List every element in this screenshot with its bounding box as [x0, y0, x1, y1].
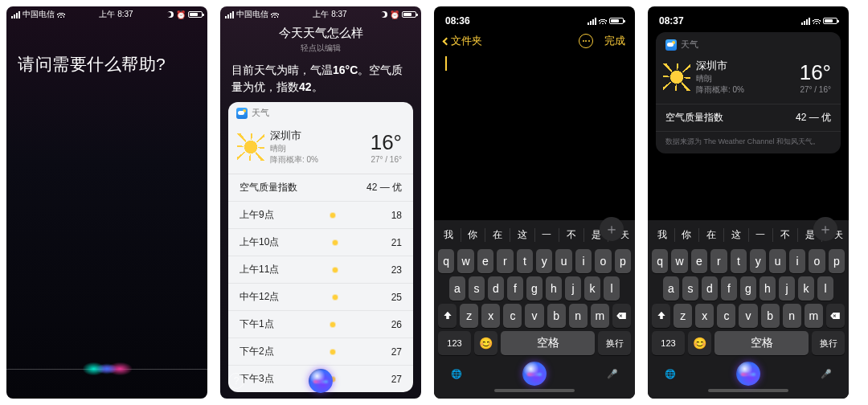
- suggestion[interactable]: 不: [559, 228, 584, 242]
- key-m[interactable]: m: [805, 304, 823, 328]
- key-w[interactable]: w: [457, 249, 473, 273]
- key-l[interactable]: l: [604, 276, 620, 301]
- numbers-key[interactable]: 123: [652, 331, 685, 355]
- key-b[interactable]: b: [761, 304, 780, 328]
- key-h[interactable]: h: [760, 276, 776, 301]
- siri-orb-icon[interactable]: [522, 362, 547, 386]
- delete-key[interactable]: [826, 304, 845, 328]
- back-button[interactable]: 文件夹: [444, 34, 482, 48]
- dnd-icon: [381, 11, 387, 18]
- key-r[interactable]: r: [710, 249, 727, 273]
- weather-app-label: 天气: [681, 39, 698, 51]
- key-k[interactable]: k: [798, 276, 814, 301]
- home-indicator[interactable]: [708, 389, 788, 392]
- key-v[interactable]: v: [739, 304, 757, 328]
- suggestion[interactable]: 这: [510, 228, 535, 242]
- delete-key[interactable]: [612, 304, 631, 328]
- key-h[interactable]: h: [546, 276, 562, 301]
- return-key[interactable]: 换行: [598, 331, 631, 355]
- numbers-key[interactable]: 123: [438, 331, 471, 355]
- key-p[interactable]: p: [615, 249, 631, 273]
- suggestion[interactable]: 我: [436, 228, 461, 242]
- key-i[interactable]: i: [575, 249, 592, 273]
- key-t[interactable]: t: [517, 249, 533, 273]
- key-a[interactable]: a: [663, 276, 679, 301]
- key-c[interactable]: c: [503, 304, 522, 328]
- suggestion[interactable]: 一: [535, 228, 560, 242]
- siri-waveform-area[interactable]: [6, 350, 207, 399]
- suggestion[interactable]: 你: [461, 228, 486, 242]
- key-w[interactable]: w: [671, 249, 687, 273]
- key-x[interactable]: x: [481, 304, 500, 328]
- key-t[interactable]: t: [731, 249, 747, 273]
- key-j[interactable]: j: [779, 276, 795, 301]
- home-indicator[interactable]: [494, 389, 575, 392]
- key-d[interactable]: d: [702, 276, 718, 301]
- key-f[interactable]: f: [507, 276, 523, 301]
- suggestion[interactable]: 这: [724, 228, 749, 242]
- key-s[interactable]: s: [469, 276, 485, 301]
- key-u[interactable]: u: [769, 249, 785, 273]
- key-a[interactable]: a: [449, 276, 465, 301]
- done-button[interactable]: 完成: [604, 34, 625, 48]
- key-e[interactable]: e: [477, 249, 493, 273]
- key-x[interactable]: x: [695, 304, 714, 328]
- key-n[interactable]: n: [783, 304, 801, 328]
- shift-key[interactable]: [438, 304, 457, 328]
- key-o[interactable]: o: [595, 249, 611, 273]
- key-z[interactable]: z: [460, 304, 478, 328]
- key-y[interactable]: y: [750, 249, 766, 273]
- key-u[interactable]: u: [555, 249, 571, 273]
- suggestion[interactable]: 我: [650, 228, 675, 242]
- weather-card[interactable]: 天气 深圳市 晴朗 降雨概率: 0% 16° 27° / 16° 空气质量指数 …: [228, 102, 413, 392]
- siri-query[interactable]: 今天天气怎么样: [220, 26, 421, 41]
- globe-icon[interactable]: 🌐: [665, 369, 676, 379]
- key-g[interactable]: g: [526, 276, 542, 301]
- suggestion[interactable]: 在: [699, 228, 724, 242]
- suggestion[interactable]: 在: [485, 228, 510, 242]
- suggestion[interactable]: 一: [749, 228, 774, 242]
- note-editor[interactable]: [434, 51, 635, 220]
- key-r[interactable]: r: [497, 249, 513, 273]
- key-v[interactable]: v: [525, 304, 543, 328]
- add-button[interactable]: ＋: [600, 217, 624, 241]
- key-i[interactable]: i: [789, 249, 805, 273]
- key-l[interactable]: l: [817, 276, 833, 301]
- suggestion[interactable]: 你: [675, 228, 700, 242]
- siri-orb-icon[interactable]: [309, 369, 333, 393]
- weather-card[interactable]: 天气 深圳市 晴朗 降雨概率: 0% 16° 27° / 16° 空气质量指数 …: [656, 32, 841, 153]
- add-button[interactable]: ＋: [813, 217, 837, 241]
- key-f[interactable]: f: [721, 276, 737, 301]
- key-d[interactable]: d: [488, 276, 504, 301]
- more-button[interactable]: [579, 34, 593, 48]
- space-key[interactable]: 空格: [501, 331, 595, 355]
- sun-dot-icon: [330, 213, 335, 218]
- emoji-key[interactable]: 😊: [474, 331, 497, 355]
- key-e[interactable]: e: [691, 249, 707, 273]
- key-m[interactable]: m: [591, 304, 609, 328]
- key-c[interactable]: c: [717, 304, 735, 328]
- emoji-key[interactable]: 😊: [688, 331, 711, 355]
- siri-orb-icon[interactable]: [736, 362, 760, 386]
- mic-icon[interactable]: 🎤: [821, 369, 832, 379]
- key-n[interactable]: n: [569, 304, 588, 328]
- return-key[interactable]: 换行: [812, 331, 845, 355]
- key-p[interactable]: p: [829, 249, 845, 273]
- key-q[interactable]: q: [652, 249, 668, 273]
- key-k[interactable]: k: [584, 276, 600, 301]
- key-z[interactable]: z: [674, 304, 692, 328]
- mic-icon[interactable]: 🎤: [607, 369, 618, 379]
- siri-help-button[interactable]: ?: [228, 373, 244, 389]
- key-y[interactable]: y: [536, 249, 552, 273]
- key-o[interactable]: o: [809, 249, 825, 273]
- shift-key[interactable]: [652, 304, 670, 328]
- suggestion[interactable]: 不: [773, 228, 798, 242]
- key-j[interactable]: j: [565, 276, 581, 301]
- space-key[interactable]: 空格: [714, 331, 809, 355]
- key-q[interactable]: q: [438, 249, 454, 273]
- key-s[interactable]: s: [682, 276, 698, 301]
- key-g[interactable]: g: [740, 276, 756, 301]
- globe-icon[interactable]: 🌐: [451, 369, 462, 379]
- key-b[interactable]: b: [547, 304, 566, 328]
- sun-dot-icon: [330, 350, 335, 354]
